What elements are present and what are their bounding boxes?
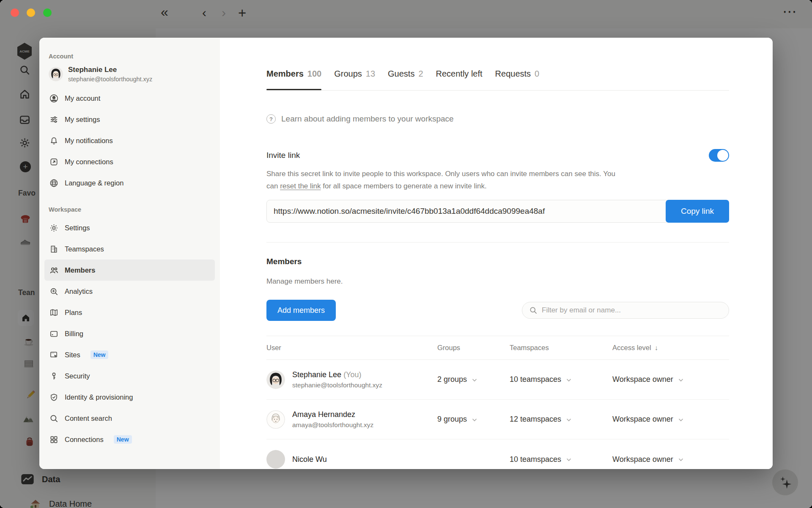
nav-item-settings[interactable]: Settings bbox=[44, 217, 215, 238]
app-window: « ‹ › + ⋯ ACME + Favo Tean bbox=[0, 0, 812, 508]
invite-url-input[interactable] bbox=[266, 200, 669, 223]
arrow-up-right-square-icon bbox=[49, 157, 59, 167]
bell-icon bbox=[49, 135, 59, 146]
reset-link[interactable]: reset the link bbox=[280, 182, 321, 190]
nav-item-label: Security bbox=[65, 372, 90, 380]
member-email: stephanie@toolsforthought.xyz bbox=[292, 381, 382, 389]
people-icon bbox=[49, 265, 59, 275]
nav-item-content-search[interactable]: Content search bbox=[44, 408, 215, 429]
new-badge: New bbox=[114, 435, 132, 444]
nav-item-security[interactable]: Security bbox=[44, 365, 215, 387]
chevron-down-icon bbox=[678, 378, 683, 382]
nav-item-label: Content search bbox=[65, 414, 112, 422]
shield-check-icon bbox=[49, 392, 59, 402]
teamspaces-dropdown[interactable]: 10 teamspaces bbox=[510, 455, 612, 464]
learn-link-label: Learn about adding members to your works… bbox=[281, 114, 454, 124]
avatar bbox=[266, 370, 285, 389]
key-icon bbox=[49, 371, 59, 381]
section-divider bbox=[266, 242, 729, 243]
workspace-section-title: Workspace bbox=[49, 206, 215, 213]
window-zoom-button[interactable] bbox=[43, 8, 52, 17]
tab-members[interactable]: Members100 bbox=[266, 69, 321, 90]
nav-item-sites[interactable]: Sites New bbox=[44, 344, 215, 365]
access-level-dropdown[interactable]: Workspace owner bbox=[612, 455, 729, 464]
new-badge: New bbox=[91, 351, 109, 359]
nav-item-language-region[interactable]: Language & region bbox=[44, 172, 215, 193]
nav-item-label: Identity & provisioning bbox=[65, 393, 133, 401]
nav-item-label: My account bbox=[65, 94, 100, 102]
search-icon bbox=[529, 306, 538, 315]
tab-requests[interactable]: Requests0 bbox=[495, 69, 540, 90]
teamspaces-dropdown[interactable]: 12 teamspaces bbox=[510, 415, 612, 424]
nav-item-label: Plans bbox=[65, 309, 82, 317]
invite-link-description: Share this secret link to invite people … bbox=[266, 168, 620, 192]
access-level-dropdown[interactable]: Workspace owner bbox=[612, 375, 729, 384]
nav-item-label: My settings bbox=[65, 116, 100, 124]
access-level-dropdown[interactable]: Workspace owner bbox=[612, 415, 729, 424]
globe-icon bbox=[49, 178, 59, 188]
add-members-button[interactable]: Add members bbox=[266, 300, 336, 321]
nav-item-analytics[interactable]: Analytics bbox=[44, 281, 215, 302]
copy-link-button[interactable]: Copy link bbox=[666, 200, 729, 223]
settings-modal: Account Stephanie Lee stephanie@toolsfor… bbox=[39, 38, 773, 469]
window-minimize-button[interactable] bbox=[27, 8, 35, 17]
ai-sparkle-button[interactable] bbox=[772, 469, 798, 496]
filter-input[interactable] bbox=[542, 306, 722, 315]
credit-card-icon bbox=[49, 329, 59, 339]
table-row: Nicole Wu 10 teamspaces Workspace owner bbox=[266, 439, 729, 469]
members-section-title: Members bbox=[266, 257, 729, 266]
building-icon bbox=[49, 244, 59, 254]
help-icon: ? bbox=[266, 114, 276, 124]
chevron-down-icon bbox=[678, 458, 683, 461]
col-header-access-level[interactable]: Access level↓ bbox=[612, 344, 729, 352]
nav-item-my-account[interactable]: My account bbox=[44, 88, 215, 109]
groups-dropdown[interactable]: 2 groups bbox=[437, 375, 510, 384]
tab-groups[interactable]: Groups13 bbox=[334, 69, 375, 90]
browser-cursor-icon bbox=[49, 350, 59, 360]
nav-item-members[interactable]: Members bbox=[44, 260, 215, 281]
members-section-subtitle: Manage members here. bbox=[266, 277, 729, 286]
nav-item-label: Settings bbox=[65, 224, 90, 232]
sort-descending-icon: ↓ bbox=[655, 344, 658, 351]
teamspaces-dropdown[interactable]: 10 teamspaces bbox=[510, 375, 612, 384]
avatar bbox=[266, 410, 285, 429]
nav-item-billing[interactable]: Billing bbox=[44, 323, 215, 344]
nav-item-plans[interactable]: Plans bbox=[44, 302, 215, 323]
tab-bar: Members100 Groups13 Guests2 Recently lef… bbox=[266, 69, 729, 91]
nav-item-label: Connections bbox=[65, 436, 104, 444]
magnifier-plus-icon bbox=[49, 286, 59, 296]
window-close-button[interactable] bbox=[11, 8, 19, 17]
sparkle-icon bbox=[778, 475, 793, 490]
member-name: Nicole Wu bbox=[292, 455, 327, 464]
learn-link[interactable]: ? Learn about adding members to your wor… bbox=[266, 114, 729, 124]
chevron-down-icon bbox=[472, 418, 477, 422]
groups-dropdown[interactable]: 9 groups bbox=[437, 415, 510, 424]
invite-link-title: Invite link bbox=[266, 151, 300, 160]
member-filter[interactable] bbox=[522, 302, 729, 319]
col-header-groups: Groups bbox=[437, 344, 510, 352]
nav-item-label: Language & region bbox=[65, 179, 123, 187]
nav-item-my-notifications[interactable]: My notifications bbox=[44, 130, 215, 151]
member-name: Amaya Hernandez bbox=[292, 410, 355, 419]
settings-nav-panel: Account Stephanie Lee stephanie@toolsfor… bbox=[39, 38, 220, 469]
nav-item-identity-provisioning[interactable]: Identity & provisioning bbox=[44, 387, 215, 408]
nav-item-teamspaces[interactable]: Teamspaces bbox=[44, 238, 215, 260]
members-settings-content: Members100 Groups13 Guests2 Recently lef… bbox=[220, 38, 773, 469]
tab-recently-left[interactable]: Recently left bbox=[436, 69, 483, 90]
nav-item-my-settings[interactable]: My settings bbox=[44, 109, 215, 130]
map-icon bbox=[49, 307, 59, 318]
invite-link-toggle[interactable] bbox=[709, 149, 729, 162]
nav-item-label: My notifications bbox=[65, 137, 113, 145]
nav-item-my-connections[interactable]: My connections bbox=[44, 151, 215, 172]
nav-item-label: Billing bbox=[65, 330, 83, 338]
account-user-email: stephanie@toolsforthought.xyz bbox=[68, 76, 152, 83]
account-section-title: Account bbox=[49, 53, 215, 60]
tab-guests[interactable]: Guests2 bbox=[388, 69, 423, 90]
avatar bbox=[266, 450, 285, 469]
account-user[interactable]: Stephanie Lee stephanie@toolsforthought.… bbox=[44, 64, 215, 88]
nav-item-label: Teamspaces bbox=[65, 245, 104, 253]
person-circle-icon bbox=[49, 93, 59, 103]
nav-item-connections[interactable]: Connections New bbox=[44, 429, 215, 450]
member-you-tag: (You) bbox=[343, 370, 361, 379]
member-email: amaya@toolsforthought.xyz bbox=[292, 421, 373, 429]
